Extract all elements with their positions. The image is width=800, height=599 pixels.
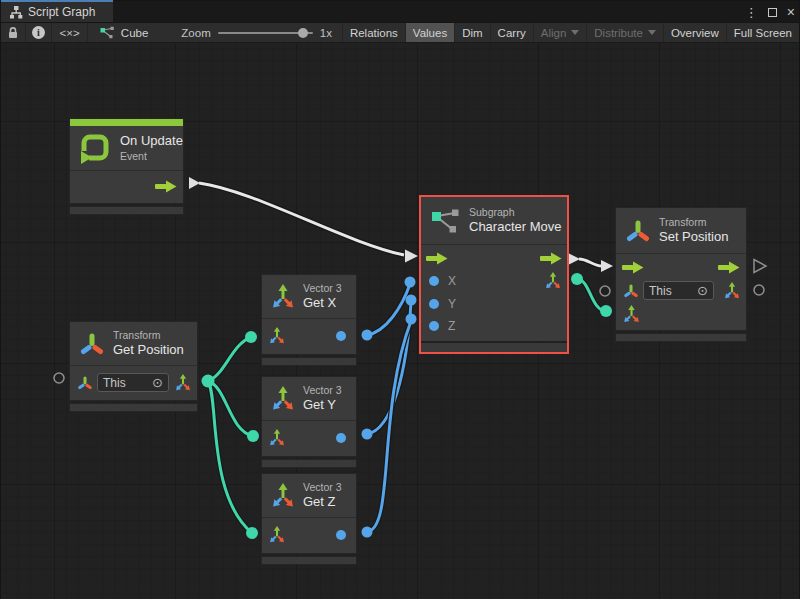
edit-code-button[interactable]: <×> (52, 23, 88, 42)
node-subtitle: Subgraph (469, 206, 561, 219)
flow-output-port[interactable] (155, 180, 177, 193)
node-subtitle: Transform (113, 329, 184, 342)
wire-getposition-to-getx[interactable] (208, 331, 257, 381)
object-picker-icon[interactable]: ⊙ (152, 376, 163, 389)
full-screen-button[interactable]: Full Screen (727, 23, 799, 42)
node-title: Get Position (113, 342, 184, 358)
script-graph-window: Script Graph ⋮ × i <×> Cube Zoom 1x (0, 0, 800, 599)
vector3-input-port[interactable] (268, 526, 286, 544)
wire-getz-to-z[interactable] (362, 314, 417, 538)
flow-output-port[interactable] (540, 252, 562, 265)
node-get-y[interactable]: Vector 3 Get Y (261, 376, 357, 468)
overview-button[interactable]: Overview (664, 23, 727, 42)
vector3-output-port[interactable] (723, 282, 741, 300)
transform-icon (625, 218, 651, 244)
node-footer (421, 343, 567, 352)
values-button[interactable]: Values (406, 23, 455, 42)
transform-input-port[interactable] (77, 375, 93, 391)
wire-getposition-to-getz[interactable] (208, 381, 258, 539)
vector3-input-port[interactable] (268, 429, 286, 447)
wire-charactermove-to-setposition[interactable] (568, 253, 613, 272)
node-on-update[interactable]: On Update Event (69, 118, 184, 215)
float-output-port[interactable] (336, 331, 346, 341)
this-field-value: This (103, 376, 126, 390)
vector3-output-port[interactable] (174, 374, 192, 392)
node-set-position[interactable]: Transform Set Position This ⊙ (615, 207, 747, 342)
wire-gety-to-y[interactable] (362, 295, 417, 440)
wire-onupdate-to-charactermove[interactable] (189, 177, 418, 263)
node-footer (69, 206, 184, 215)
node-get-position[interactable]: Transform Get Position This ⊙ (69, 321, 198, 412)
node-title: Set Position (659, 229, 728, 245)
node-title: Get X (303, 295, 342, 311)
vector3-output-port[interactable] (544, 272, 562, 290)
vector3-icon (270, 284, 296, 310)
menu-icon[interactable]: ⋮ (745, 5, 758, 20)
tab-script-graph[interactable]: Script Graph (1, 0, 113, 22)
node-footer (615, 333, 747, 342)
relations-button[interactable]: Relations (342, 23, 406, 42)
node-get-z[interactable]: Vector 3 Get Z (261, 473, 357, 565)
relations-label: Relations (350, 27, 398, 39)
flow-input-port[interactable] (426, 252, 448, 265)
zoom-slider[interactable] (218, 32, 313, 34)
carry-button[interactable]: Carry (491, 23, 534, 42)
inspect-button[interactable]: i (26, 23, 52, 42)
graph-target-button[interactable]: Cube (93, 23, 156, 42)
graph-target-icon (100, 26, 115, 39)
close-icon[interactable]: × (787, 7, 795, 17)
lock-icon (7, 26, 19, 40)
input-port-x[interactable] (429, 276, 439, 286)
event-accent-bar (70, 119, 183, 126)
object-picker-icon[interactable]: ⊙ (697, 284, 708, 297)
script-graph-icon (9, 5, 23, 19)
setposition-unconnected-flow-out[interactable] (754, 260, 766, 273)
transform-icon (79, 331, 105, 357)
float-output-port[interactable] (336, 433, 346, 443)
getposition-unconnected-port[interactable] (54, 373, 64, 383)
vector3-input-port[interactable] (622, 305, 641, 324)
distribute-label: Distribute (594, 27, 643, 39)
lock-button[interactable] (1, 23, 26, 42)
node-footer (261, 556, 357, 565)
node-get-x[interactable]: Vector 3 Get X (261, 274, 357, 366)
zoom-slider-knob[interactable] (298, 28, 308, 38)
dim-label: Dim (462, 27, 482, 39)
flow-input-port[interactable] (622, 261, 644, 274)
carry-label: Carry (498, 27, 526, 39)
setposition-unconnected-value-out[interactable] (754, 285, 764, 295)
wire-getposition-to-gety[interactable] (208, 381, 259, 442)
window-controls: ⋮ × (745, 1, 795, 23)
node-subtitle: Vector 3 (303, 384, 342, 397)
overview-label: Overview (671, 27, 719, 39)
transform-input-port[interactable] (623, 283, 639, 299)
wire-charactermove-to-setposition-vector[interactable] (571, 273, 612, 317)
setposition-unconnected-this-port[interactable] (600, 286, 610, 296)
float-output-port[interactable] (336, 530, 346, 540)
port-label-z: Z (448, 319, 455, 333)
graph-target-label: Cube (121, 27, 149, 39)
graph-canvas[interactable]: On Update Event Subgraph (1, 43, 799, 599)
subgraph-icon (431, 208, 461, 234)
input-port-y[interactable] (429, 299, 439, 309)
input-port-z[interactable] (429, 321, 439, 331)
align-button[interactable]: Align (534, 23, 588, 42)
vector3-input-port[interactable] (268, 327, 286, 345)
on-update-loop-icon (78, 131, 112, 165)
node-title: On Update (120, 133, 183, 149)
tab-title: Script Graph (28, 5, 95, 19)
vector3-icon (270, 483, 296, 509)
node-subtitle: Transform (659, 216, 728, 229)
distribute-button[interactable]: Distribute (587, 23, 664, 42)
node-character-move[interactable]: Subgraph Character Move X (419, 195, 569, 354)
code-icon: <×> (60, 27, 80, 39)
flow-output-port[interactable] (718, 261, 740, 274)
node-title: Get Z (303, 494, 342, 510)
maximize-icon[interactable] (768, 8, 777, 17)
this-object-field[interactable]: This ⊙ (643, 281, 714, 300)
getposition-output-endpoint[interactable] (202, 375, 215, 388)
this-object-field[interactable]: This ⊙ (97, 373, 169, 392)
dim-button[interactable]: Dim (455, 23, 490, 42)
graph-toolbar: i <×> Cube Zoom 1x Relations Values Dim … (1, 23, 799, 43)
wire-getx-to-x[interactable] (362, 277, 416, 341)
